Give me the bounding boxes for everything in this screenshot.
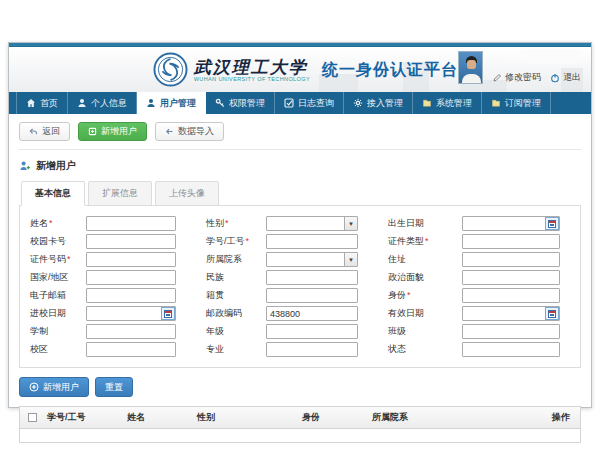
data-import-button[interactable]: 数据导入	[155, 122, 224, 141]
tab-基本信息[interactable]: 基本信息	[21, 181, 85, 206]
field-label: 性别*	[206, 217, 266, 230]
power-icon	[550, 73, 560, 83]
calendar-icon[interactable]	[545, 217, 559, 230]
toolbar: 返回 新增用户 数据导入	[19, 114, 581, 150]
nav-item-日志查询[interactable]: 日志查询	[275, 92, 344, 114]
field-label: 住址	[388, 253, 462, 266]
field-input-电子邮箱[interactable]	[86, 288, 176, 303]
field-input-进校日期[interactable]	[86, 306, 176, 321]
nav-item-label: 个人信息	[91, 97, 127, 110]
field-input-证件号码[interactable]	[86, 252, 176, 267]
nav-item-label: 订阅管理	[505, 97, 541, 110]
user-avatar[interactable]	[458, 51, 483, 84]
form-field-出生日期: 出生日期	[388, 216, 560, 231]
field-input-年级[interactable]	[266, 324, 358, 339]
field-input-专业[interactable]	[266, 342, 358, 357]
chevron-down-icon[interactable]: ▼	[344, 253, 357, 266]
select-all-checkbox[interactable]	[28, 413, 37, 422]
plus-circle-icon	[29, 382, 39, 392]
form-field-学号/工号: 学号/工号*	[206, 234, 358, 249]
field-input-邮政编码[interactable]: 438800	[266, 306, 358, 321]
logout-link[interactable]: 退出	[550, 71, 581, 84]
user-icon	[77, 98, 87, 108]
back-arrow-icon	[29, 127, 38, 136]
field-input-出生日期[interactable]	[462, 216, 560, 231]
field-label: 专业	[206, 343, 266, 356]
field-input-校园卡号[interactable]	[86, 234, 176, 249]
field-input-有效日期[interactable]	[462, 306, 560, 321]
key-icon	[215, 98, 225, 108]
user-icon	[146, 98, 156, 108]
required-asterisk: *	[225, 218, 229, 228]
calendar-icon[interactable]	[161, 307, 175, 320]
field-input-身份[interactable]	[462, 288, 560, 303]
nav-item-用户管理[interactable]: 用户管理	[137, 92, 206, 114]
field-label: 出生日期	[388, 217, 462, 230]
field-label: 政治面貌	[388, 271, 462, 284]
form-field-进校日期: 进校日期	[30, 306, 176, 321]
calendar-icon[interactable]	[545, 307, 559, 320]
nav-item-label: 用户管理	[160, 97, 196, 110]
section-title-label: 新增用户	[36, 159, 76, 173]
form-field-邮政编码: 邮政编码438800	[206, 306, 358, 321]
submit-add-user-label: 新增用户	[43, 383, 79, 392]
add-user-toolbar-label: 新增用户	[101, 127, 137, 136]
form-field-专业: 专业	[206, 342, 358, 357]
form-field-状态: 状态	[388, 342, 560, 357]
nav-item-权限管理[interactable]: 权限管理	[206, 92, 275, 114]
field-input-性别[interactable]: ▼	[266, 216, 358, 231]
field-input-状态[interactable]	[462, 342, 560, 357]
chevron-down-icon[interactable]: ▼	[344, 217, 357, 230]
nav-item-首页[interactable]: 首页	[16, 92, 68, 114]
pencil-icon	[492, 73, 502, 83]
nav-item-label: 接入管理	[367, 97, 403, 110]
user-add-icon	[88, 127, 97, 136]
add-user-toolbar-button[interactable]: 新增用户	[78, 122, 147, 141]
log-icon	[284, 98, 294, 108]
form-field-籍贯: 籍贯	[206, 288, 358, 303]
tab-扩展信息[interactable]: 扩展信息	[88, 181, 152, 206]
nav-item-接入管理[interactable]: 接入管理	[344, 92, 413, 114]
reset-label: 重置	[105, 383, 123, 392]
field-input-校区[interactable]	[86, 342, 176, 357]
university-logo	[153, 52, 188, 87]
tab-上传头像[interactable]: 上传头像	[155, 181, 219, 206]
form-field-学制: 学制	[30, 324, 176, 339]
field-input-班级[interactable]	[462, 324, 560, 339]
field-input-所属院系[interactable]: ▼	[266, 252, 358, 267]
table-header-所属院系: 所属院系	[372, 411, 552, 424]
field-label: 进校日期	[30, 307, 86, 320]
nav-item-个人信息[interactable]: 个人信息	[68, 92, 137, 114]
field-input-国家/地区[interactable]	[86, 270, 176, 285]
field-input-民族[interactable]	[266, 270, 358, 285]
app-window: 武汉理工大学 WUHAN UNIVERSITY OF TECHNOLOGY 统一…	[8, 42, 592, 408]
form-tabs: 基本信息扩展信息上传头像	[21, 181, 581, 206]
main-nav: 首页个人信息用户管理权限管理日志查询接入管理系统管理订阅管理	[9, 92, 591, 114]
change-password-link[interactable]: 修改密码	[492, 71, 541, 84]
doc-icon	[422, 98, 432, 108]
form-field-身份: 身份*	[388, 288, 560, 303]
field-label: 校区	[30, 343, 86, 356]
required-asterisk: *	[407, 290, 411, 300]
basic-info-panel: 姓名*性别*▼出生日期校园卡号学号/工号*证件类型*证件号码*所属院系▼住址国家…	[19, 205, 581, 368]
header: 武汉理工大学 WUHAN UNIVERSITY OF TECHNOLOGY 统一…	[9, 47, 591, 92]
nav-item-label: 日志查询	[298, 97, 334, 110]
form-actions: 新增用户 重置	[19, 377, 581, 397]
reset-button[interactable]: 重置	[95, 377, 133, 397]
submit-add-user-button[interactable]: 新增用户	[19, 377, 89, 397]
field-input-证件类型[interactable]	[462, 234, 560, 249]
nav-item-系统管理[interactable]: 系统管理	[413, 92, 482, 114]
table-header-性别: 性别	[197, 411, 302, 424]
field-input-学制[interactable]	[86, 324, 176, 339]
field-input-学号/工号[interactable]	[266, 234, 358, 249]
back-button[interactable]: 返回	[19, 122, 70, 141]
form-field-证件号码: 证件号码*	[30, 252, 176, 267]
field-input-住址[interactable]	[462, 252, 560, 267]
form-field-所属院系: 所属院系▼	[206, 252, 358, 267]
nav-item-订阅管理[interactable]: 订阅管理	[482, 92, 551, 114]
field-input-姓名[interactable]	[86, 216, 176, 231]
form-field-有效日期: 有效日期	[388, 306, 560, 321]
field-label: 年级	[206, 325, 266, 338]
field-input-籍贯[interactable]	[266, 288, 358, 303]
field-input-政治面貌[interactable]	[462, 270, 560, 285]
